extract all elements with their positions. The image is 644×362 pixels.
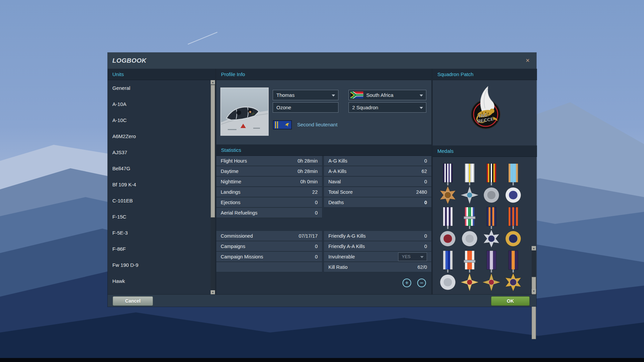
- dialog-titlebar: LOGBOOK ×: [108, 53, 536, 69]
- medal-purple-white-gold-cross-icon: [482, 250, 501, 292]
- sidebar-item-general[interactable]: General: [108, 80, 215, 96]
- sidebar-item-hawk[interactable]: Hawk: [108, 273, 215, 289]
- stat-label: Nighttime: [221, 179, 300, 184]
- close-icon[interactable]: ×: [524, 53, 532, 68]
- pilot-select-dropdown[interactable]: Thomas: [273, 90, 338, 100]
- stat-value: 62: [422, 169, 427, 174]
- sidebar-item-fw-190-d-9[interactable]: Fw 190 D-9: [108, 257, 215, 273]
- stat-label: Landings: [221, 189, 312, 195]
- stat-value: 0: [424, 179, 427, 184]
- stat-row: Daytime0h 28min: [216, 166, 322, 177]
- logbook-dialog: LOGBOOK × Units GeneralA-10AA-10CA6M2Zer…: [107, 52, 537, 307]
- stat-row: Kill Ratio62/0: [324, 262, 431, 273]
- stat-label: Naval: [328, 179, 424, 184]
- remove-pilot-button[interactable]: −: [417, 279, 426, 287]
- sidebar-item-a6m2zero[interactable]: A6M2Zero: [108, 128, 215, 144]
- statistics-header: Statistics: [216, 144, 431, 156]
- stat-row: Deaths0: [324, 197, 431, 208]
- medal-purple-orange-gold-star-icon: [504, 250, 523, 292]
- stat-value: 0: [424, 200, 427, 205]
- stat-row: Campaigns0: [216, 241, 322, 252]
- statistics-body: Flight Hours0h 28minDaytime0h 28minNight…: [216, 156, 431, 295]
- stat-label: Kill Ratio: [328, 264, 418, 270]
- squadron-patch-area: TAC- RECCE: [433, 80, 537, 145]
- stat-value: 0: [424, 158, 427, 164]
- units-scrollbar-thumb[interactable]: [211, 85, 215, 218]
- ok-button[interactable]: OK: [491, 296, 530, 306]
- stat-row: Landings22: [216, 187, 322, 197]
- units-scrollbar[interactable]: ▲ ▼: [211, 80, 215, 295]
- sidebar-item-bf-109-k-4[interactable]: Bf 109 K-4: [108, 177, 215, 193]
- scroll-up-icon[interactable]: ▲: [211, 80, 215, 84]
- stats-gap: [216, 218, 322, 231]
- stat-value: 0: [424, 233, 427, 239]
- sidebar-item-f-86f[interactable]: F-86F: [108, 241, 215, 257]
- squadron-patch-header: Squadron Patch: [433, 69, 537, 80]
- stat-label: Daytime: [221, 169, 298, 174]
- stat-row: A-A Kills62: [324, 166, 431, 177]
- medals-scrollbar[interactable]: ▲ ▼: [532, 246, 536, 293]
- chevron-down-icon: [420, 95, 423, 97]
- stat-label: Campaign Missions: [221, 254, 315, 259]
- scroll-up-icon[interactable]: ▲: [532, 246, 536, 250]
- chevron-down-icon: [332, 95, 335, 97]
- squadron-dropdown[interactable]: 2 Squadron: [348, 102, 426, 113]
- stat-row: Campaign Missions0: [216, 252, 322, 262]
- stat-label: Invulnerable: [328, 254, 398, 259]
- sidebar-item-a-10a[interactable]: A-10A: [108, 96, 215, 112]
- stat-value: 2480: [416, 189, 427, 195]
- sidebar-item-a-10c[interactable]: A-10C: [108, 112, 215, 128]
- sidebar-item-c-101eb[interactable]: C-101EB: [108, 193, 215, 209]
- stat-value: 0: [315, 200, 318, 205]
- stat-row: Friendly A-G Kills0: [324, 231, 431, 241]
- country-dropdown[interactable]: South Africa: [348, 90, 426, 100]
- stat-row: Ejections0: [216, 197, 322, 208]
- stat-label: Friendly A-A Kills: [328, 244, 424, 249]
- scroll-down-icon[interactable]: ▼: [532, 289, 536, 293]
- sidebar-item-ajs37[interactable]: AJS37: [108, 144, 215, 161]
- dialog-footer: Cancel OK: [108, 294, 536, 307]
- medal-blue-white-silver-scallop-icon: [438, 250, 457, 292]
- stat-row: Naval0: [324, 177, 431, 187]
- statistics-left-column: Flight Hours0h 28minDaytime0h 28minNight…: [216, 156, 322, 273]
- dialog-title: LOGBOOK: [112, 53, 147, 69]
- stat-label: Deaths: [328, 200, 424, 205]
- rank-label: Second lieutenant: [297, 122, 337, 127]
- stats-gap: [324, 208, 431, 231]
- stat-value: 22: [312, 189, 318, 195]
- stat-label: Campaigns: [221, 244, 315, 249]
- stat-value: 0h 0min: [300, 179, 318, 184]
- stat-label: Commissioned: [221, 233, 299, 239]
- stat-label: A-A Kills: [328, 169, 422, 174]
- stat-value: 62/0: [418, 264, 427, 270]
- invulnerable-dropdown[interactable]: YES: [398, 252, 427, 261]
- medals-grid: [437, 163, 524, 294]
- stat-value: 0: [315, 244, 318, 249]
- sidebar-item-f-5e-3[interactable]: F-5E-3: [108, 225, 215, 241]
- stat-row: Total Score2480: [324, 187, 431, 197]
- medal-orange-white-gold-cross-icon: [460, 250, 479, 292]
- callsign-input[interactable]: Ozone: [273, 102, 338, 113]
- stat-row: Commissioned07/17/17: [216, 231, 322, 241]
- pilot-photo: [220, 87, 269, 136]
- add-pilot-button[interactable]: +: [402, 279, 411, 287]
- sidebar-item-f-15c[interactable]: F-15C: [108, 209, 215, 225]
- stat-value: 0: [315, 254, 318, 259]
- units-header: Units: [108, 69, 215, 80]
- stat-value: 07/17/17: [299, 233, 318, 239]
- medal-orange-navy-gold-disc-icon: [504, 206, 523, 248]
- medal-white-purple-sunburst-icon: [438, 206, 457, 248]
- rank-insignia-icon: [273, 120, 292, 129]
- units-list: GeneralA-10AA-10CA6M2ZeroAJS37Bell47GBf …: [108, 80, 215, 295]
- stat-label: Flight Hours: [221, 158, 298, 164]
- stat-value: 0h 28min: [298, 158, 318, 164]
- profile-panel: Profile Info: [216, 69, 431, 295]
- stat-row: A-G Kills0: [324, 156, 431, 166]
- sidebar-item-bell47g[interactable]: Bell47G: [108, 161, 215, 177]
- medals-scrollbar-thumb[interactable]: [532, 277, 536, 339]
- stat-label: Friendly A-G Kills: [328, 233, 424, 239]
- medal-blue-tan-white-flower-icon: [504, 163, 523, 204]
- medal-navy-orange-silver-star-icon: [482, 206, 501, 248]
- cancel-button[interactable]: Cancel: [113, 296, 153, 306]
- medals-header: Medals: [433, 145, 537, 157]
